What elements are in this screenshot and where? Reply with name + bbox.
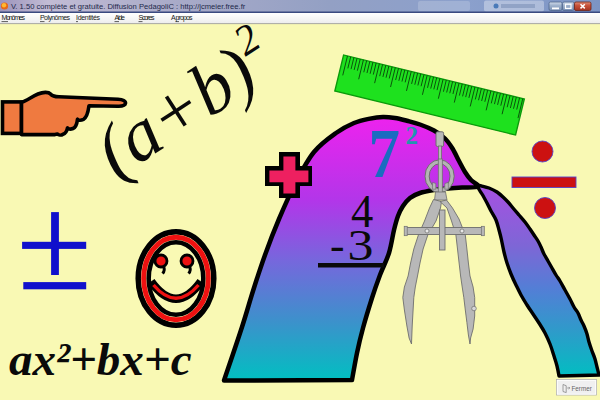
svg-text:V. 1.50 complète et gratuite.: V. 1.50 complète et gratuite. Diffusion … xyxy=(11,2,246,11)
svg-text:-: - xyxy=(330,221,345,269)
svg-text:7: 7 xyxy=(369,116,401,192)
svg-text:Identités: Identités xyxy=(76,14,101,21)
svg-text:2: 2 xyxy=(406,122,419,149)
svg-text:3: 3 xyxy=(348,221,374,269)
svg-text:Scores: Scores xyxy=(139,14,156,21)
svg-text:Aide: Aide xyxy=(115,14,126,21)
svg-text:Monômes: Monômes xyxy=(2,14,26,21)
svg-text:A propos: A propos xyxy=(171,14,193,22)
svg-text:Fermer: Fermer xyxy=(572,385,592,392)
svg-text:ax²+bx+c: ax²+bx+c xyxy=(9,333,192,385)
svg-text:Polynômes: Polynômes xyxy=(40,14,71,22)
